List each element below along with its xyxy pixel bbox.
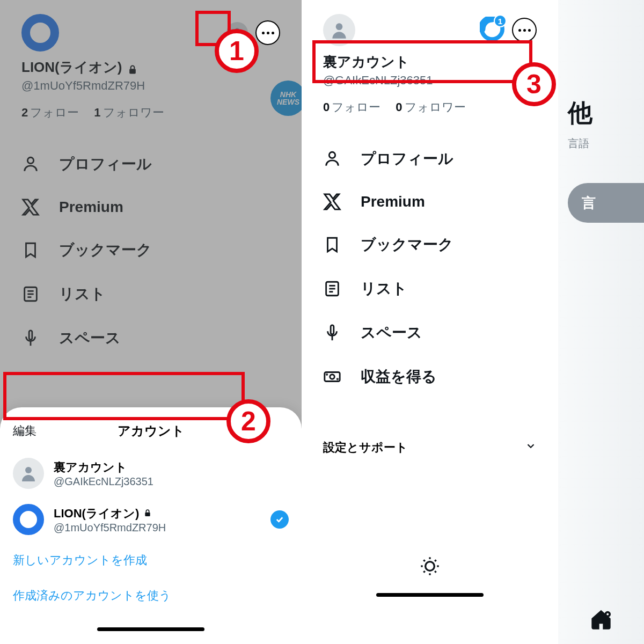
menu-monetization[interactable]: 収益を得る [323, 355, 537, 399]
right-panel: 1 裏アカウント @GAIkEcNLZj36351 0フォロー 0フォロワー プ… [302, 0, 558, 644]
avatar[interactable] [323, 14, 355, 46]
menu-spaces[interactable]: スペース [323, 311, 537, 355]
home-indicator [376, 593, 484, 597]
svg-rect-1 [130, 69, 136, 74]
svg-rect-10 [145, 512, 150, 516]
drawer-menu: プロフィール Premium ブックマーク リスト スペース [21, 142, 280, 360]
use-existing-account-link[interactable]: 作成済みのアカウントを使う [11, 578, 291, 613]
chevron-down-icon [525, 440, 537, 455]
menu-profile[interactable]: プロフィール [323, 137, 537, 181]
svg-point-11 [336, 23, 343, 30]
edge-pill-button[interactable]: 言 [568, 183, 644, 223]
home-icon[interactable] [590, 609, 612, 631]
more-button[interactable] [512, 18, 537, 42]
menu-spaces[interactable]: スペース [21, 316, 280, 360]
account-row[interactable]: 裏アカウント @GAIkEcNLZj36351 [11, 450, 291, 496]
lock-icon [127, 62, 138, 73]
right-edge-panel: 他 言語 言 [558, 0, 644, 644]
drawer-menu: プロフィール Premium ブックマーク リスト スペース 収益を得る [323, 137, 537, 399]
person-icon [21, 155, 40, 173]
lock-icon [143, 507, 152, 521]
svg-point-33 [605, 612, 610, 617]
money-icon [323, 368, 341, 386]
checkmark-icon [270, 510, 289, 529]
annotation-3: 3 [512, 62, 556, 106]
x-logo-icon [21, 198, 40, 216]
svg-point-24 [426, 562, 435, 571]
spaces-icon [21, 329, 40, 347]
handle: @GAIkEcNLZj36351 [323, 74, 537, 87]
menu-lists[interactable]: リスト [21, 272, 280, 316]
svg-rect-7 [29, 331, 32, 340]
annotation-2: 2 [226, 399, 270, 443]
list-icon [323, 280, 341, 298]
sheet-title: アカウント [118, 422, 185, 440]
menu-lists[interactable]: リスト [323, 267, 537, 311]
edit-button[interactable]: 編集 [13, 423, 36, 439]
svg-point-22 [326, 374, 327, 375]
avatar-icon [13, 458, 44, 489]
svg-line-29 [423, 560, 425, 561]
menu-bookmarks[interactable]: ブックマーク [21, 228, 280, 272]
bookmark-icon [21, 241, 40, 259]
bookmark-icon [323, 236, 341, 254]
person-icon [323, 150, 341, 168]
nhk-badge[interactable]: NHK NEWS [270, 80, 302, 116]
menu-profile[interactable]: プロフィール [21, 142, 280, 186]
account-sheet: 編集 アカウント 裏アカウント @GAIkEcNLZj36351 LION(ライ… [0, 407, 302, 644]
svg-point-21 [330, 375, 335, 379]
x-logo-icon [323, 193, 341, 211]
menu-premium[interactable]: Premium [323, 181, 537, 223]
avatar[interactable] [21, 14, 59, 52]
home-indicator [97, 627, 204, 631]
edge-subtitle: 言語 [558, 136, 644, 151]
svg-point-2 [27, 157, 33, 163]
spaces-icon [323, 324, 341, 342]
annotation-1: 1 [215, 29, 259, 73]
create-account-link[interactable]: 新しいアカウントを作成 [11, 543, 291, 578]
svg-point-13 [329, 152, 335, 158]
avatar-icon [13, 504, 44, 535]
edge-title: 他 [558, 97, 644, 130]
left-panel: LION(ライオン) @1mUoYf5RmdZR79H 2フォロー 1フォロワー… [0, 0, 302, 644]
notification-badge: 1 [494, 14, 507, 27]
follow-stats: 2フォロー 1フォロワー [21, 105, 280, 121]
more-button[interactable] [255, 20, 280, 45]
svg-point-9 [25, 467, 32, 473]
svg-rect-18 [331, 325, 334, 334]
menu-premium[interactable]: Premium [21, 186, 280, 228]
svg-line-30 [435, 571, 436, 573]
display-name: 裏アカウント [323, 53, 537, 71]
settings-support[interactable]: 設定とサポート [323, 426, 537, 470]
list-icon [21, 285, 40, 303]
follow-stats: 0フォロー 0フォロワー [323, 99, 537, 115]
notification-button[interactable]: 1 [480, 17, 504, 43]
account-row[interactable]: LION(ライオン) @1mUoYf5RmdZR79H [11, 496, 291, 543]
menu-bookmarks[interactable]: ブックマーク [323, 223, 537, 267]
svg-point-23 [337, 379, 338, 379]
svg-line-32 [435, 560, 436, 561]
svg-line-31 [423, 571, 425, 573]
display-mode-button[interactable] [323, 555, 537, 579]
handle: @1mUoYf5RmdZR79H [21, 79, 280, 93]
